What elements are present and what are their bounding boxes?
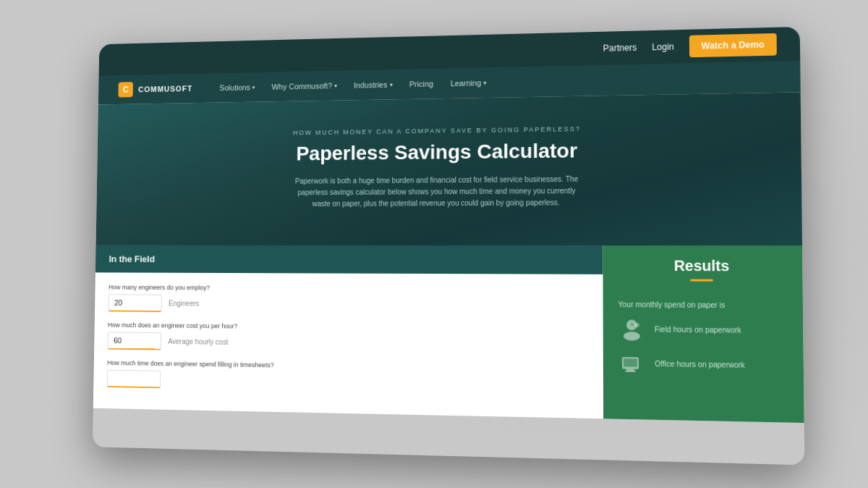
commusoft-logo-text: COMMUSOFT — [138, 84, 192, 93]
field-hours-icon — [618, 316, 646, 342]
nav-industries-label: Industries — [354, 80, 387, 90]
hero-description: Paperwork is both a huge time burden and… — [293, 173, 580, 209]
browser-window: Partners Login Watch a Demo C COMMUSOFT … — [93, 27, 805, 466]
why-arrow-icon: ▾ — [334, 83, 337, 89]
industries-arrow-icon: ▾ — [389, 81, 392, 88]
timesheet-field-group: How much time does an engineer spend fil… — [107, 359, 589, 396]
login-link[interactable]: Login — [652, 41, 674, 52]
svg-rect-6 — [624, 358, 637, 367]
content-area: In the Field How many engineers do you e… — [93, 245, 804, 423]
hero-section: HOW MUCH MONEY CAN A COMPANY SAVE BY GOI… — [96, 92, 802, 245]
results-title: Results — [618, 257, 787, 274]
nav-pricing-label: Pricing — [409, 80, 433, 88]
office-hours-row: Office hours on paperwork — [618, 350, 788, 379]
timesheet-input[interactable] — [107, 369, 161, 388]
engineers-field-group: How many engineers do you employ? Engine… — [108, 283, 588, 315]
results-underline-decoration — [690, 279, 713, 281]
nav-learning[interactable]: Learning ▾ — [451, 78, 487, 88]
learning-arrow-icon: ▾ — [483, 80, 486, 86]
left-panel: In the Field How many engineers do you e… — [93, 245, 603, 418]
svg-rect-8 — [625, 370, 636, 371]
logo-area: C COMMUSOFT — [118, 81, 192, 98]
svg-rect-7 — [626, 369, 634, 370]
timesheet-field-row — [107, 369, 589, 395]
watch-demo-button[interactable]: Watch a Demo — [689, 33, 777, 57]
nav-pricing[interactable]: Pricing — [409, 80, 433, 88]
field-hours-label: Field hours on paperwork — [655, 325, 741, 335]
spend-label: Your monthly spend on paper is — [618, 300, 787, 309]
hero-subtitle: HOW MUCH MONEY CAN A COMPANY SAVE BY GOI… — [118, 122, 778, 138]
right-panel: Results Your monthly spend on paper is — [603, 245, 804, 423]
nav-solutions-label: Solutions — [219, 83, 250, 92]
engineers-field-row: Engineers — [108, 294, 588, 316]
svg-point-1 — [624, 332, 640, 341]
office-hours-icon — [618, 350, 646, 377]
commusoft-logo-icon: C — [118, 82, 132, 97]
engineers-input[interactable] — [108, 294, 161, 312]
hourly-cost-field-row: Average hourly cost — [108, 332, 589, 356]
engineers-unit: Engineers — [169, 299, 199, 307]
engineers-field-label: How many engineers do you employ? — [109, 283, 588, 293]
field-hours-row: Field hours on paperwork — [618, 316, 788, 345]
nav-solutions[interactable]: Solutions ▾ — [219, 83, 255, 93]
left-panel-body: How many engineers do you employ? Engine… — [93, 272, 603, 418]
top-nav-links: Partners Login — [603, 41, 674, 53]
hourly-cost-input[interactable] — [108, 332, 162, 350]
solutions-arrow-icon: ▾ — [252, 84, 255, 91]
hourly-cost-field-label: How much does an engineer cost you per h… — [108, 321, 588, 334]
nav-why-commusoft[interactable]: Why Commusoft? ▾ — [271, 81, 336, 91]
results-header: Results — [603, 245, 802, 295]
hourly-cost-field-group: How much does an engineer cost you per h… — [108, 321, 589, 356]
hourly-cost-unit: Average hourly cost — [168, 337, 228, 346]
hero-title: Paperless Savings Calculator — [117, 136, 778, 168]
nav-learning-label: Learning — [451, 78, 482, 88]
nav-industries[interactable]: Industries ▾ — [354, 80, 392, 90]
office-hours-label: Office hours on paperwork — [655, 360, 745, 369]
partners-link[interactable]: Partners — [603, 43, 637, 54]
left-panel-header: In the Field — [95, 245, 603, 274]
results-body: Your monthly spend on paper is Field hou… — [603, 294, 804, 393]
nav-why-label: Why Commusoft? — [271, 81, 332, 91]
